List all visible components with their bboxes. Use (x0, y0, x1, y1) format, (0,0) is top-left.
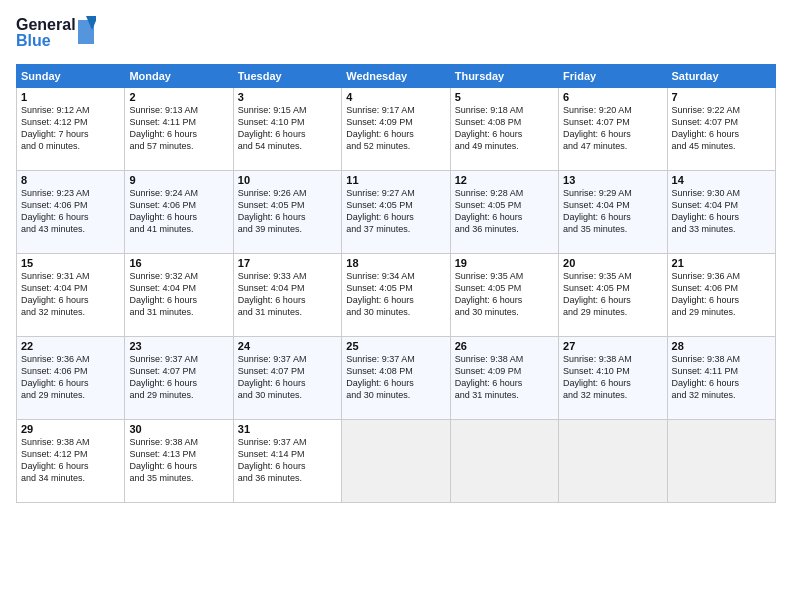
day-info: Sunrise: 9:15 AM Sunset: 4:10 PM Dayligh… (238, 104, 337, 153)
calendar-cell (559, 420, 667, 503)
day-info: Sunrise: 9:27 AM Sunset: 4:05 PM Dayligh… (346, 187, 445, 236)
calendar-cell: 21Sunrise: 9:36 AM Sunset: 4:06 PM Dayli… (667, 254, 775, 337)
weekday-header: Wednesday (342, 65, 450, 88)
day-info: Sunrise: 9:17 AM Sunset: 4:09 PM Dayligh… (346, 104, 445, 153)
day-info: Sunrise: 9:38 AM Sunset: 4:11 PM Dayligh… (672, 353, 771, 402)
weekday-header: Monday (125, 65, 233, 88)
day-info: Sunrise: 9:30 AM Sunset: 4:04 PM Dayligh… (672, 187, 771, 236)
day-info: Sunrise: 9:37 AM Sunset: 4:08 PM Dayligh… (346, 353, 445, 402)
calendar-cell: 8Sunrise: 9:23 AM Sunset: 4:06 PM Daylig… (17, 171, 125, 254)
calendar-cell (667, 420, 775, 503)
day-info: Sunrise: 9:33 AM Sunset: 4:04 PM Dayligh… (238, 270, 337, 319)
calendar-cell: 3Sunrise: 9:15 AM Sunset: 4:10 PM Daylig… (233, 88, 341, 171)
day-number: 15 (21, 257, 120, 269)
logo-icon: General Blue (16, 12, 96, 56)
calendar-cell: 6Sunrise: 9:20 AM Sunset: 4:07 PM Daylig… (559, 88, 667, 171)
day-info: Sunrise: 9:24 AM Sunset: 4:06 PM Dayligh… (129, 187, 228, 236)
day-number: 11 (346, 174, 445, 186)
calendar-cell: 5Sunrise: 9:18 AM Sunset: 4:08 PM Daylig… (450, 88, 558, 171)
day-number: 25 (346, 340, 445, 352)
svg-text:General: General (16, 16, 76, 33)
day-number: 17 (238, 257, 337, 269)
day-info: Sunrise: 9:38 AM Sunset: 4:13 PM Dayligh… (129, 436, 228, 485)
day-number: 4 (346, 91, 445, 103)
calendar-cell: 25Sunrise: 9:37 AM Sunset: 4:08 PM Dayli… (342, 337, 450, 420)
weekday-header: Tuesday (233, 65, 341, 88)
calendar-cell: 26Sunrise: 9:38 AM Sunset: 4:09 PM Dayli… (450, 337, 558, 420)
calendar-cell: 14Sunrise: 9:30 AM Sunset: 4:04 PM Dayli… (667, 171, 775, 254)
calendar-cell: 7Sunrise: 9:22 AM Sunset: 4:07 PM Daylig… (667, 88, 775, 171)
svg-text:Blue: Blue (16, 32, 51, 49)
calendar-cell: 10Sunrise: 9:26 AM Sunset: 4:05 PM Dayli… (233, 171, 341, 254)
day-info: Sunrise: 9:38 AM Sunset: 4:09 PM Dayligh… (455, 353, 554, 402)
day-number: 1 (21, 91, 120, 103)
calendar-cell: 22Sunrise: 9:36 AM Sunset: 4:06 PM Dayli… (17, 337, 125, 420)
weekday-header: Sunday (17, 65, 125, 88)
day-info: Sunrise: 9:32 AM Sunset: 4:04 PM Dayligh… (129, 270, 228, 319)
day-number: 19 (455, 257, 554, 269)
day-number: 9 (129, 174, 228, 186)
calendar-cell: 11Sunrise: 9:27 AM Sunset: 4:05 PM Dayli… (342, 171, 450, 254)
calendar-cell: 12Sunrise: 9:28 AM Sunset: 4:05 PM Dayli… (450, 171, 558, 254)
calendar-cell: 19Sunrise: 9:35 AM Sunset: 4:05 PM Dayli… (450, 254, 558, 337)
day-number: 5 (455, 91, 554, 103)
day-number: 20 (563, 257, 662, 269)
day-number: 3 (238, 91, 337, 103)
day-number: 28 (672, 340, 771, 352)
calendar-cell: 18Sunrise: 9:34 AM Sunset: 4:05 PM Dayli… (342, 254, 450, 337)
day-number: 26 (455, 340, 554, 352)
weekday-header: Saturday (667, 65, 775, 88)
day-number: 6 (563, 91, 662, 103)
calendar-cell: 31Sunrise: 9:37 AM Sunset: 4:14 PM Dayli… (233, 420, 341, 503)
day-number: 29 (21, 423, 120, 435)
day-info: Sunrise: 9:37 AM Sunset: 4:07 PM Dayligh… (129, 353, 228, 402)
day-number: 31 (238, 423, 337, 435)
day-info: Sunrise: 9:31 AM Sunset: 4:04 PM Dayligh… (21, 270, 120, 319)
calendar-cell: 24Sunrise: 9:37 AM Sunset: 4:07 PM Dayli… (233, 337, 341, 420)
calendar-cell: 1Sunrise: 9:12 AM Sunset: 4:12 PM Daylig… (17, 88, 125, 171)
calendar-cell: 15Sunrise: 9:31 AM Sunset: 4:04 PM Dayli… (17, 254, 125, 337)
calendar-cell: 23Sunrise: 9:37 AM Sunset: 4:07 PM Dayli… (125, 337, 233, 420)
day-number: 16 (129, 257, 228, 269)
page-header: General Blue (16, 12, 776, 56)
calendar-cell: 30Sunrise: 9:38 AM Sunset: 4:13 PM Dayli… (125, 420, 233, 503)
day-info: Sunrise: 9:36 AM Sunset: 4:06 PM Dayligh… (21, 353, 120, 402)
day-info: Sunrise: 9:35 AM Sunset: 4:05 PM Dayligh… (455, 270, 554, 319)
weekday-header: Friday (559, 65, 667, 88)
day-number: 7 (672, 91, 771, 103)
day-number: 24 (238, 340, 337, 352)
calendar-cell: 16Sunrise: 9:32 AM Sunset: 4:04 PM Dayli… (125, 254, 233, 337)
day-number: 13 (563, 174, 662, 186)
day-info: Sunrise: 9:36 AM Sunset: 4:06 PM Dayligh… (672, 270, 771, 319)
calendar-cell: 29Sunrise: 9:38 AM Sunset: 4:12 PM Dayli… (17, 420, 125, 503)
day-number: 23 (129, 340, 228, 352)
day-number: 22 (21, 340, 120, 352)
day-number: 2 (129, 91, 228, 103)
day-number: 27 (563, 340, 662, 352)
day-info: Sunrise: 9:38 AM Sunset: 4:12 PM Dayligh… (21, 436, 120, 485)
day-info: Sunrise: 9:37 AM Sunset: 4:07 PM Dayligh… (238, 353, 337, 402)
calendar-cell: 2Sunrise: 9:13 AM Sunset: 4:11 PM Daylig… (125, 88, 233, 171)
calendar-cell: 20Sunrise: 9:35 AM Sunset: 4:05 PM Dayli… (559, 254, 667, 337)
day-info: Sunrise: 9:22 AM Sunset: 4:07 PM Dayligh… (672, 104, 771, 153)
day-info: Sunrise: 9:18 AM Sunset: 4:08 PM Dayligh… (455, 104, 554, 153)
logo: General Blue (16, 12, 96, 56)
day-number: 8 (21, 174, 120, 186)
calendar-cell: 17Sunrise: 9:33 AM Sunset: 4:04 PM Dayli… (233, 254, 341, 337)
day-number: 14 (672, 174, 771, 186)
day-info: Sunrise: 9:20 AM Sunset: 4:07 PM Dayligh… (563, 104, 662, 153)
day-info: Sunrise: 9:26 AM Sunset: 4:05 PM Dayligh… (238, 187, 337, 236)
calendar-cell: 9Sunrise: 9:24 AM Sunset: 4:06 PM Daylig… (125, 171, 233, 254)
day-number: 12 (455, 174, 554, 186)
day-info: Sunrise: 9:12 AM Sunset: 4:12 PM Dayligh… (21, 104, 120, 153)
calendar-cell: 4Sunrise: 9:17 AM Sunset: 4:09 PM Daylig… (342, 88, 450, 171)
day-number: 30 (129, 423, 228, 435)
calendar-table: SundayMondayTuesdayWednesdayThursdayFrid… (16, 64, 776, 503)
calendar-header: SundayMondayTuesdayWednesdayThursdayFrid… (17, 65, 776, 88)
calendar-cell: 13Sunrise: 9:29 AM Sunset: 4:04 PM Dayli… (559, 171, 667, 254)
day-number: 10 (238, 174, 337, 186)
calendar-cell (450, 420, 558, 503)
day-number: 21 (672, 257, 771, 269)
calendar-cell (342, 420, 450, 503)
calendar-cell: 28Sunrise: 9:38 AM Sunset: 4:11 PM Dayli… (667, 337, 775, 420)
